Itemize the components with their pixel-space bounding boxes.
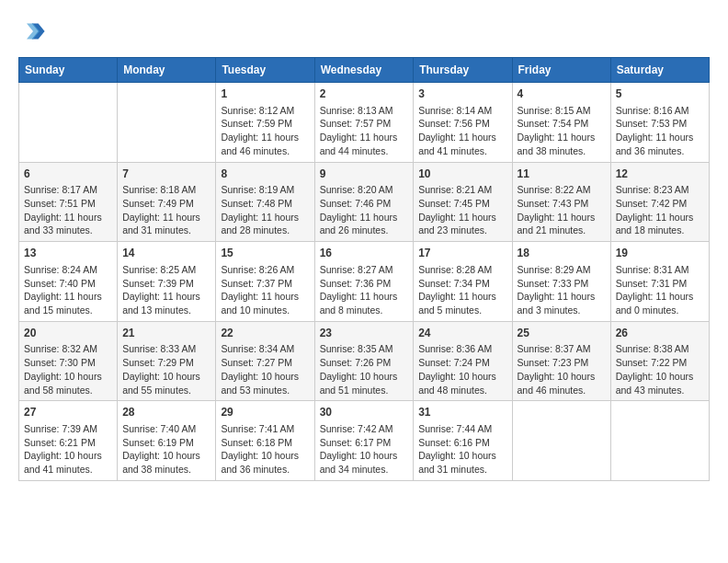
calendar-cell: 25Sunrise: 8:37 AMSunset: 7:23 PMDayligh… <box>512 321 610 401</box>
day-number: 13 <box>24 246 112 261</box>
calendar-cell: 29Sunrise: 7:41 AMSunset: 6:18 PMDayligh… <box>216 401 314 481</box>
column-header-monday: Monday <box>118 58 216 83</box>
cell-content: Sunrise: 8:14 AM <box>418 104 506 118</box>
cell-content: Sunset: 7:24 PM <box>418 356 506 370</box>
cell-content: Sunrise: 8:13 AM <box>320 104 409 118</box>
cell-content: Sunset: 7:53 PM <box>616 117 704 131</box>
day-number: 22 <box>221 326 309 341</box>
cell-content: Sunset: 7:51 PM <box>24 197 112 211</box>
cell-content: Sunrise: 8:12 AM <box>221 104 309 118</box>
cell-content: Daylight: 10 hours and 46 minutes. <box>518 370 606 396</box>
cell-content: Sunrise: 8:35 AM <box>320 342 409 356</box>
calendar-cell: 5Sunrise: 8:16 AMSunset: 7:53 PMDaylight… <box>610 83 709 163</box>
cell-content: Daylight: 10 hours and 38 minutes. <box>122 449 210 476</box>
day-number: 24 <box>418 326 506 341</box>
day-number: 20 <box>24 326 112 341</box>
day-number: 1 <box>221 86 309 102</box>
calendar-cell: 27Sunrise: 7:39 AMSunset: 6:21 PMDayligh… <box>19 401 118 481</box>
cell-content: Sunrise: 8:29 AM <box>518 263 606 277</box>
cell-content: Sunrise: 8:38 AM <box>616 342 704 356</box>
day-number: 27 <box>24 405 112 420</box>
cell-content: Sunset: 7:49 PM <box>122 197 210 211</box>
day-number: 18 <box>518 246 606 261</box>
day-number: 6 <box>24 167 112 182</box>
column-header-tuesday: Tuesday <box>216 58 314 83</box>
calendar-cell <box>118 83 216 163</box>
cell-content: Daylight: 11 hours and 28 minutes. <box>221 211 309 237</box>
day-number: 25 <box>518 326 606 341</box>
cell-content: Sunrise: 8:18 AM <box>122 183 210 197</box>
cell-content: Daylight: 11 hours and 8 minutes. <box>320 290 409 316</box>
week-row-3: 13Sunrise: 8:24 AMSunset: 7:40 PMDayligh… <box>19 242 710 322</box>
cell-content: Daylight: 10 hours and 53 minutes. <box>221 370 309 396</box>
week-row-5: 27Sunrise: 7:39 AMSunset: 6:21 PMDayligh… <box>19 401 710 481</box>
cell-content: Sunrise: 7:41 AM <box>221 422 309 436</box>
week-row-4: 20Sunrise: 8:32 AMSunset: 7:30 PMDayligh… <box>19 321 710 401</box>
day-number: 7 <box>122 167 210 182</box>
calendar-cell: 16Sunrise: 8:27 AMSunset: 7:36 PMDayligh… <box>314 242 414 322</box>
cell-content: Sunset: 6:17 PM <box>320 436 409 450</box>
cell-content: Sunrise: 8:31 AM <box>616 263 704 277</box>
cell-content: Daylight: 11 hours and 44 minutes. <box>320 131 409 157</box>
day-number: 21 <box>122 326 210 341</box>
cell-content: Sunrise: 8:22 AM <box>518 183 606 197</box>
cell-content: Sunrise: 8:33 AM <box>122 342 210 356</box>
cell-content: Sunrise: 8:37 AM <box>518 342 606 356</box>
day-number: 4 <box>518 86 606 102</box>
calendar-cell: 26Sunrise: 8:38 AMSunset: 7:22 PMDayligh… <box>610 321 709 401</box>
calendar-cell <box>512 401 610 481</box>
calendar-cell: 20Sunrise: 8:32 AMSunset: 7:30 PMDayligh… <box>19 321 118 401</box>
day-number: 12 <box>616 167 704 182</box>
calendar-cell <box>610 401 709 481</box>
cell-content: Sunrise: 7:40 AM <box>122 422 210 436</box>
day-number: 5 <box>616 86 704 102</box>
cell-content: Sunrise: 8:23 AM <box>616 183 704 197</box>
cell-content: Sunset: 7:42 PM <box>616 197 704 211</box>
calendar-cell: 12Sunrise: 8:23 AMSunset: 7:42 PMDayligh… <box>610 162 709 242</box>
cell-content: Daylight: 10 hours and 51 minutes. <box>320 370 409 396</box>
cell-content: Daylight: 11 hours and 15 minutes. <box>24 290 112 316</box>
calendar-cell: 14Sunrise: 8:25 AMSunset: 7:39 PMDayligh… <box>118 242 216 322</box>
cell-content: Sunset: 7:48 PM <box>221 197 309 211</box>
column-header-sunday: Sunday <box>19 58 118 83</box>
calendar-cell: 19Sunrise: 8:31 AMSunset: 7:31 PMDayligh… <box>610 242 709 322</box>
day-number: 16 <box>320 246 409 261</box>
cell-content: Daylight: 11 hours and 33 minutes. <box>24 211 112 237</box>
cell-content: Sunset: 7:46 PM <box>320 197 409 211</box>
day-number: 8 <box>221 167 309 182</box>
calendar-cell: 4Sunrise: 8:15 AMSunset: 7:54 PMDaylight… <box>512 83 610 163</box>
day-number: 30 <box>320 405 409 420</box>
calendar-cell: 13Sunrise: 8:24 AMSunset: 7:40 PMDayligh… <box>19 242 118 322</box>
calendar-cell: 31Sunrise: 7:44 AMSunset: 6:16 PMDayligh… <box>414 401 512 481</box>
day-number: 2 <box>320 86 409 102</box>
day-number: 3 <box>418 86 506 102</box>
cell-content: Sunset: 7:29 PM <box>122 356 210 370</box>
day-number: 23 <box>320 326 409 341</box>
cell-content: Sunset: 7:23 PM <box>518 356 606 370</box>
cell-content: Sunset: 7:39 PM <box>122 277 210 291</box>
cell-content: Daylight: 10 hours and 43 minutes. <box>616 370 704 396</box>
cell-content: Sunrise: 8:19 AM <box>221 183 309 197</box>
cell-content: Daylight: 11 hours and 26 minutes. <box>320 211 409 237</box>
cell-content: Sunset: 6:19 PM <box>122 436 210 450</box>
day-number: 15 <box>221 246 309 261</box>
cell-content: Sunset: 7:43 PM <box>518 197 606 211</box>
cell-content: Sunset: 7:22 PM <box>616 356 704 370</box>
calendar-cell: 23Sunrise: 8:35 AMSunset: 7:26 PMDayligh… <box>314 321 414 401</box>
cell-content: Sunrise: 7:39 AM <box>24 422 112 436</box>
cell-content: Sunset: 7:54 PM <box>518 117 606 131</box>
cell-content: Daylight: 11 hours and 23 minutes. <box>418 211 506 237</box>
calendar-cell: 17Sunrise: 8:28 AMSunset: 7:34 PMDayligh… <box>414 242 512 322</box>
day-number: 14 <box>122 246 210 261</box>
cell-content: Sunrise: 8:15 AM <box>518 104 606 118</box>
cell-content: Sunset: 7:57 PM <box>320 117 409 131</box>
cell-content: Daylight: 10 hours and 58 minutes. <box>24 370 112 396</box>
day-number: 31 <box>418 405 506 420</box>
cell-content: Sunset: 7:45 PM <box>418 197 506 211</box>
cell-content: Sunrise: 8:32 AM <box>24 342 112 356</box>
cell-content: Daylight: 11 hours and 31 minutes. <box>122 211 210 237</box>
cell-content: Sunrise: 8:25 AM <box>122 263 210 277</box>
cell-content: Sunset: 7:31 PM <box>616 277 704 291</box>
cell-content: Sunrise: 7:42 AM <box>320 422 409 436</box>
cell-content: Sunrise: 8:27 AM <box>320 263 409 277</box>
